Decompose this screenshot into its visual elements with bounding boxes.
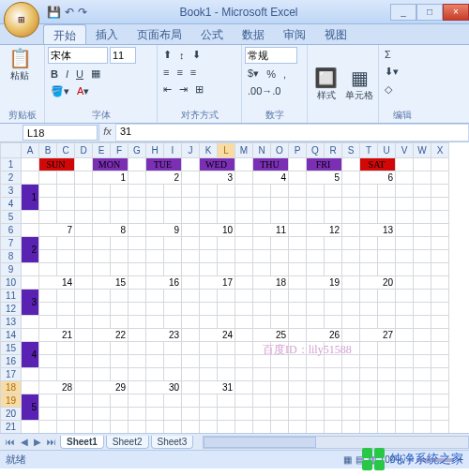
cell-C3[interactable] [57,185,75,198]
qat-save-icon[interactable]: 💾 [47,6,61,19]
row-header-21[interactable]: 21 [1,421,22,434]
cell-F17[interactable] [111,368,129,381]
cell-X5[interactable] [431,211,449,224]
cell-J7[interactable] [182,237,200,250]
cell-B1[interactable]: SUN [39,158,75,171]
cell-V15[interactable] [396,342,414,355]
qat-undo-icon[interactable]: ↶ [65,6,74,19]
cell-B13[interactable] [39,316,57,329]
cell-E12[interactable] [93,303,111,316]
cell-G9[interactable] [129,263,146,276]
cell-G16[interactable] [129,355,146,368]
cell-H3[interactable] [146,185,164,198]
cell-N5[interactable] [253,211,271,224]
cell-O4[interactable] [271,198,289,211]
fill-button[interactable]: ⬇▾ [382,64,423,80]
cell-T3[interactable] [360,185,378,198]
row-header-19[interactable]: 19 [1,394,22,408]
sheet-nav-next[interactable]: ▶ [32,437,43,447]
cell-B19[interactable] [39,394,57,408]
cell-E6[interactable]: 8 [93,224,129,237]
cell-X12[interactable] [431,303,449,316]
cell-N17[interactable] [253,368,271,381]
cell-P19[interactable] [289,394,307,408]
cell-B17[interactable] [39,368,57,381]
cell-M3[interactable] [235,185,253,198]
cell-E17[interactable] [93,368,111,381]
cell-W16[interactable] [414,355,431,368]
cell-W5[interactable] [414,211,431,224]
cell-Q17[interactable] [307,368,325,381]
cell-M12[interactable] [235,303,253,316]
cell-V20[interactable] [396,408,414,421]
column-header-E[interactable]: E [93,143,111,158]
cell-G20[interactable] [129,408,146,421]
cell-S9[interactable] [342,263,360,276]
cell-R17[interactable] [325,368,342,381]
cell-S2[interactable] [342,171,360,185]
row-header-14[interactable]: 14 [1,329,22,342]
cell-C13[interactable] [57,316,75,329]
cell-H14[interactable]: 23 [146,329,182,342]
fx-icon[interactable]: fx [98,124,115,141]
cell-U18[interactable] [378,381,396,394]
cell-G2[interactable] [129,171,146,185]
cell-P20[interactable] [289,408,307,421]
row-header-13[interactable]: 13 [1,316,22,329]
cell-I9[interactable] [164,263,182,276]
cell-S3[interactable] [342,185,360,198]
cells-button[interactable]: ▦ 单元格 [344,67,376,102]
cell-U21[interactable] [378,421,396,434]
bold-button[interactable]: B [48,67,61,82]
cell-S12[interactable] [342,303,360,316]
cell-U4[interactable] [378,198,396,211]
minimize-button[interactable]: _ [390,4,416,21]
cell-Q20[interactable] [307,408,325,421]
cell-Q18[interactable] [307,381,325,394]
cell-E15[interactable] [93,342,111,355]
cell-L5[interactable] [218,211,235,224]
cell-J6[interactable] [182,224,200,237]
cell-X11[interactable] [431,290,449,303]
cell-J5[interactable] [182,211,200,224]
cell-R21[interactable] [325,421,342,434]
cell-T4[interactable] [360,198,378,211]
cell-L20[interactable] [218,408,235,421]
cell-A17[interactable] [22,368,39,381]
row-header-4[interactable]: 4 [1,198,22,211]
cell-P9[interactable] [289,263,307,276]
cell-B18[interactable]: 28 [39,381,75,394]
cell-K16[interactable] [200,355,218,368]
cell-X19[interactable] [431,394,449,408]
cell-N16[interactable] [253,355,271,368]
cell-S10[interactable] [342,276,360,290]
cell-N9[interactable] [253,263,271,276]
cell-M4[interactable] [235,198,253,211]
row-header-8[interactable]: 8 [1,250,22,263]
cell-R20[interactable] [325,408,342,421]
row-header-9[interactable]: 9 [1,263,22,276]
fill-color-button[interactable]: 🪣▾ [48,83,72,99]
tab-formulas[interactable]: 公式 [191,24,233,44]
cell-D21[interactable] [75,421,93,434]
cell-H19[interactable] [146,394,164,408]
cell-I5[interactable] [164,211,182,224]
cell-E7[interactable] [93,237,111,250]
align-bot-button[interactable]: ⬇ [189,47,204,63]
column-header-H[interactable]: H [146,143,164,158]
cell-G11[interactable] [129,290,146,303]
worksheet-grid[interactable]: ABCDEFGHIJKLMNOPQRSTUVWX1SUNMONTUEWEDTHU… [0,142,469,433]
cell-P18[interactable] [289,381,307,394]
cell-K15[interactable] [200,342,218,355]
column-header-R[interactable]: R [325,143,342,158]
align-left-button[interactable]: ≡ [160,65,172,80]
cell-H5[interactable] [146,211,164,224]
cell-J19[interactable] [182,394,200,408]
cell-D6[interactable] [75,224,93,237]
cell-G12[interactable] [129,303,146,316]
cell-H1[interactable]: TUE [146,158,182,171]
cell-N7[interactable] [253,237,271,250]
cell-S20[interactable] [342,408,360,421]
cell-H4[interactable] [146,198,164,211]
cell-K1[interactable]: WED [200,158,235,171]
